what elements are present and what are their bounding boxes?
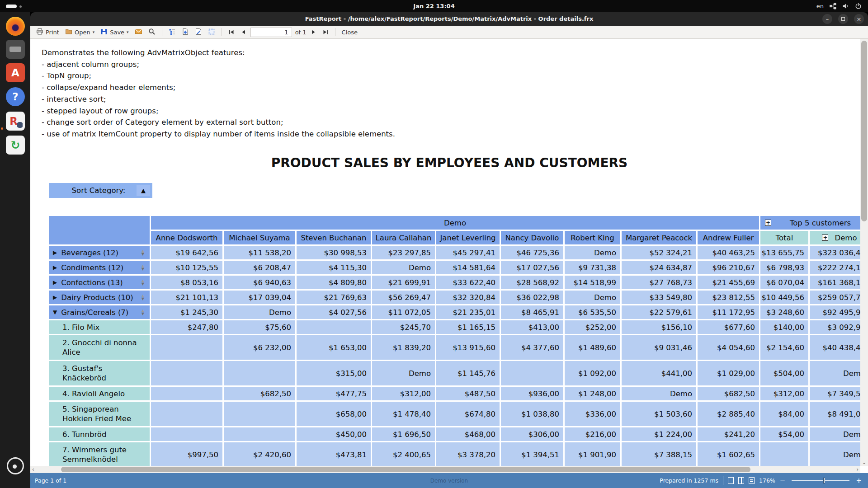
matrix-product-cell: 6. Tunnbröd	[49, 427, 150, 441]
zoom-slider[interactable]	[792, 480, 849, 481]
continuous-view-icon[interactable]	[749, 477, 755, 484]
matrix-row: 2. Gnocchi di nonna Alice$6 232,00$1 653…	[49, 335, 860, 360]
report-page: Demonstrates the following AdvMatrixObje…	[35, 39, 860, 466]
email-button[interactable]	[133, 27, 144, 37]
sort-arrows-icon[interactable]: ▲▼	[142, 264, 144, 271]
page-setup-button[interactable]	[207, 27, 217, 38]
matrix-value-cell: $4 054,60	[698, 335, 759, 360]
matrix-category-cell[interactable]: ▶Beverages (12)▲▼	[49, 246, 150, 259]
matrix-value-cell: $14 518,99	[565, 276, 620, 289]
print-label: Print	[46, 29, 59, 36]
matrix-value-cell: $9 031,46	[622, 335, 696, 360]
find-button[interactable]	[147, 27, 157, 38]
close-preview-button[interactable]: Close	[340, 28, 359, 37]
file-box-icon[interactable]	[6, 40, 25, 59]
matrix-value-cell: $52 324,21	[622, 246, 696, 259]
matrix-value-cell: $23 297,85	[372, 246, 435, 259]
matrix-value-cell: $312,00	[760, 387, 808, 400]
horizontal-scrollbar-thumb[interactable]	[61, 467, 750, 472]
open-button[interactable]: Open ▾	[64, 27, 96, 38]
matrix-value-cell: $84,00	[760, 402, 808, 426]
expand-triangle-icon[interactable]: ▶	[53, 279, 57, 286]
sort-arrows-icon[interactable]: ▲▼	[142, 249, 144, 256]
save-label: Save	[110, 29, 124, 36]
matrix-value-cell: $1 901,90	[565, 442, 620, 466]
expand-plus-icon[interactable]: +	[765, 220, 771, 226]
close-button[interactable]: ×	[854, 14, 864, 24]
power-icon[interactable]	[855, 3, 862, 9]
edit-page-button[interactable]	[193, 27, 203, 38]
prev-page-button[interactable]	[239, 28, 247, 36]
sort-arrows-icon[interactable]: ▲▼	[142, 309, 144, 315]
sort-arrows-icon[interactable]: ▲▼	[142, 294, 144, 300]
envelope-icon	[135, 28, 142, 36]
sort-arrows-icon[interactable]: ▲▼	[142, 279, 144, 286]
matrix-header: Demo+Top 5 customersAnne DodsworthMichae…	[49, 216, 860, 244]
expand-triangle-icon[interactable]: ▶	[53, 249, 57, 256]
vertical-scrollbar-thumb[interactable]	[861, 41, 867, 221]
matrix-value-cell	[151, 402, 222, 426]
scroll-down-icon[interactable]: ⌄	[860, 460, 868, 465]
matrix-product-cell: 7. Wimmers gute Semmelknödel	[49, 442, 150, 466]
print-button[interactable]: Print	[35, 27, 61, 38]
description-line: - adjacent column groups;	[42, 59, 395, 70]
help-icon[interactable]: ?	[6, 87, 25, 106]
single-page-view-icon[interactable]	[728, 477, 734, 484]
keyboard-layout-indicator[interactable]: en	[816, 3, 824, 9]
horizontal-scrollbar[interactable]: ‹ ›	[30, 466, 860, 473]
software-updater-icon[interactable]: ↻	[6, 136, 25, 155]
product-label: 7. Wimmers gute Semmelknödel	[62, 445, 142, 464]
matrix-employee-header: Andrew Fuller	[698, 231, 759, 244]
matrix-category-cell[interactable]: ▶Dairy Products (10)▲▼	[49, 291, 150, 304]
matrix-value-cell: $9 731,38	[565, 261, 620, 274]
scroll-left-icon[interactable]: ‹	[32, 466, 34, 473]
matrix-value-cell: $17 027,56	[501, 261, 563, 274]
report-settings-button[interactable]	[180, 27, 190, 38]
folder-icon	[65, 28, 72, 37]
expand-plus-icon[interactable]: +	[822, 235, 828, 241]
facing-pages-view-icon[interactable]	[738, 477, 744, 484]
text-editor-icon[interactable]: A	[6, 63, 25, 82]
next-page-button[interactable]	[310, 28, 318, 36]
clock[interactable]: Jan 22 13:04	[0, 3, 868, 9]
matrix-category-cell[interactable]: ▶Condiments (12)▲▼	[49, 261, 150, 274]
vertical-scrollbar[interactable]: ⌄	[860, 39, 868, 466]
matrix-total-header: Total	[760, 231, 808, 244]
distro-logo-icon[interactable]	[7, 457, 24, 474]
matrix-category-cell[interactable]: ▼Grains/Cereals (7)▲▼	[49, 305, 150, 319]
matrix-value-cell: $156,10	[622, 320, 696, 334]
last-page-button[interactable]	[321, 28, 330, 36]
sort-direction-button[interactable]: ▲	[137, 185, 150, 196]
scroll-right-icon[interactable]: ›	[856, 466, 859, 473]
page-number-input[interactable]	[250, 28, 292, 37]
matrix-value-cell: $413,00	[501, 320, 563, 334]
firefox-icon[interactable]	[6, 17, 25, 36]
matrix-value-cell: $936,00	[501, 387, 563, 400]
zoom-slider-thumb[interactable]	[823, 478, 825, 483]
category-label: Beverages (12)	[61, 249, 118, 257]
product-label: 6. Tunnbröd	[62, 430, 106, 439]
minimize-button[interactable]: –	[822, 14, 832, 24]
collapse-triangle-icon[interactable]: ▼	[53, 309, 57, 315]
matrix-row: 5. Singaporean Hokkien Fried Mee$658,00$…	[49, 402, 860, 426]
first-page-button[interactable]	[227, 28, 236, 36]
maximize-button[interactable]	[838, 14, 848, 24]
volume-icon[interactable]	[842, 3, 849, 9]
expand-triangle-icon[interactable]: ▶	[53, 264, 57, 271]
matrix-value-cell: $315,00	[297, 361, 371, 385]
matrix-value-cell: Demo	[224, 305, 295, 319]
sort-category-button[interactable]: Sort Category: ▲	[49, 183, 152, 198]
outline-button[interactable]	[167, 27, 177, 38]
matrix-value-cell: $1 602,65	[698, 442, 759, 466]
matrix-value-cell: $241,20	[698, 427, 759, 441]
matrix-value-cell: $45 297,41	[436, 246, 500, 259]
network-share-icon[interactable]	[830, 3, 836, 9]
save-button[interactable]: Save ▾	[99, 27, 130, 38]
fastreport-icon[interactable]: R	[6, 112, 25, 131]
expand-triangle-icon[interactable]: ▶	[53, 294, 57, 300]
product-label: 1. Filo Mix	[62, 323, 99, 332]
matrix-value-cell	[224, 427, 295, 441]
matrix-category-cell[interactable]: ▶Confections (13)▲▼	[49, 276, 150, 289]
matrix-value-cell: Demo	[372, 261, 435, 274]
matrix-value-cell: $487,50	[436, 387, 500, 400]
